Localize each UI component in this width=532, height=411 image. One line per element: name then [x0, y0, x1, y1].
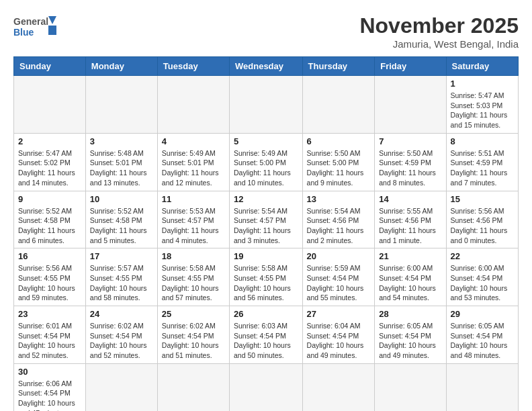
day-info: Sunrise: 5:54 AM Sunset: 4:57 PM Dayligh…: [234, 206, 298, 246]
day-number: 23: [18, 309, 81, 319]
calendar-cell: [375, 76, 446, 134]
svg-rect-3: [48, 26, 56, 35]
month-title: November 2025: [359, 13, 519, 38]
calendar-cell: 11Sunrise: 5:53 AM Sunset: 4:57 PM Dayli…: [157, 191, 229, 248]
weekday-header-row: SundayMondayTuesdayWednesdayThursdayFrid…: [14, 57, 519, 76]
day-info: Sunrise: 5:52 AM Sunset: 4:58 PM Dayligh…: [18, 206, 81, 246]
day-number: 13: [307, 194, 371, 204]
day-number: 22: [451, 251, 514, 261]
calendar-week-row: 30Sunrise: 6:06 AM Sunset: 4:54 PM Dayli…: [14, 363, 519, 411]
day-info: Sunrise: 5:48 AM Sunset: 5:01 PM Dayligh…: [90, 148, 153, 188]
day-number: 16: [18, 251, 81, 261]
calendar-cell: 13Sunrise: 5:54 AM Sunset: 4:56 PM Dayli…: [302, 191, 375, 248]
calendar-cell: [85, 363, 157, 411]
day-info: Sunrise: 5:57 AM Sunset: 4:55 PM Dayligh…: [90, 263, 153, 303]
day-info: Sunrise: 5:51 AM Sunset: 4:59 PM Dayligh…: [451, 148, 514, 188]
calendar-cell: 16Sunrise: 5:56 AM Sunset: 4:55 PM Dayli…: [14, 248, 86, 306]
day-info: Sunrise: 5:59 AM Sunset: 4:54 PM Dayligh…: [307, 263, 371, 303]
day-info: Sunrise: 6:05 AM Sunset: 4:54 PM Dayligh…: [379, 321, 441, 361]
day-number: 24: [90, 309, 153, 319]
day-info: Sunrise: 6:04 AM Sunset: 4:54 PM Dayligh…: [307, 321, 371, 361]
calendar-cell: 9Sunrise: 5:52 AM Sunset: 4:58 PM Daylig…: [14, 191, 86, 248]
calendar-cell: 21Sunrise: 6:00 AM Sunset: 4:54 PM Dayli…: [375, 248, 446, 306]
day-number: 1: [451, 79, 514, 89]
day-number: 7: [379, 136, 441, 146]
calendar-cell: [157, 76, 229, 134]
day-info: Sunrise: 6:00 AM Sunset: 4:54 PM Dayligh…: [451, 263, 514, 303]
day-info: Sunrise: 5:47 AM Sunset: 5:02 PM Dayligh…: [18, 148, 81, 188]
day-info: Sunrise: 6:02 AM Sunset: 4:54 PM Dayligh…: [90, 321, 153, 361]
day-number: 14: [379, 194, 441, 204]
calendar-cell: 26Sunrise: 6:03 AM Sunset: 4:54 PM Dayli…: [230, 306, 303, 364]
svg-text:General: General: [13, 16, 48, 27]
day-number: 19: [234, 251, 298, 261]
day-info: Sunrise: 5:50 AM Sunset: 4:59 PM Dayligh…: [379, 148, 441, 188]
day-info: Sunrise: 6:03 AM Sunset: 4:54 PM Dayligh…: [234, 321, 298, 361]
calendar-cell: 29Sunrise: 6:05 AM Sunset: 4:54 PM Dayli…: [446, 306, 518, 364]
calendar-cell: [230, 363, 303, 411]
weekday-header: Wednesday: [230, 57, 303, 76]
day-info: Sunrise: 5:49 AM Sunset: 5:01 PM Dayligh…: [162, 148, 225, 188]
day-info: Sunrise: 5:56 AM Sunset: 4:56 PM Dayligh…: [451, 206, 514, 246]
logo: GeneralBlue: [13, 13, 60, 40]
calendar-cell: [14, 76, 86, 134]
calendar-cell: 8Sunrise: 5:51 AM Sunset: 4:59 PM Daylig…: [446, 133, 518, 191]
day-number: 25: [162, 309, 225, 319]
day-number: 29: [451, 309, 514, 319]
calendar-cell: 14Sunrise: 5:55 AM Sunset: 4:56 PM Dayli…: [375, 191, 446, 248]
day-number: 9: [18, 194, 81, 204]
day-number: 10: [90, 194, 153, 204]
calendar-cell: 22Sunrise: 6:00 AM Sunset: 4:54 PM Dayli…: [446, 248, 518, 306]
day-info: Sunrise: 6:00 AM Sunset: 4:54 PM Dayligh…: [379, 263, 441, 303]
calendar-cell: 18Sunrise: 5:58 AM Sunset: 4:55 PM Dayli…: [157, 248, 229, 306]
calendar-cell: 7Sunrise: 5:50 AM Sunset: 4:59 PM Daylig…: [375, 133, 446, 191]
weekday-header: Saturday: [446, 57, 518, 76]
weekday-header: Tuesday: [157, 57, 229, 76]
day-number: 6: [307, 136, 371, 146]
calendar-cell: 10Sunrise: 5:52 AM Sunset: 4:58 PM Dayli…: [85, 191, 157, 248]
day-info: Sunrise: 6:06 AM Sunset: 4:54 PM Dayligh…: [18, 379, 81, 411]
calendar-cell: 28Sunrise: 6:05 AM Sunset: 4:54 PM Dayli…: [375, 306, 446, 364]
calendar: SundayMondayTuesdayWednesdayThursdayFrid…: [13, 56, 519, 411]
day-number: 21: [379, 251, 441, 261]
day-info: Sunrise: 5:54 AM Sunset: 4:56 PM Dayligh…: [307, 206, 371, 246]
calendar-cell: 2Sunrise: 5:47 AM Sunset: 5:02 PM Daylig…: [14, 133, 86, 191]
calendar-week-row: 2Sunrise: 5:47 AM Sunset: 5:02 PM Daylig…: [14, 133, 519, 191]
day-number: 3: [90, 136, 153, 146]
calendar-cell: 27Sunrise: 6:04 AM Sunset: 4:54 PM Dayli…: [302, 306, 375, 364]
svg-marker-2: [48, 16, 56, 24]
calendar-cell: 1Sunrise: 5:47 AM Sunset: 5:03 PM Daylig…: [446, 76, 518, 134]
day-number: 11: [162, 194, 225, 204]
weekday-header: Friday: [375, 57, 446, 76]
day-number: 4: [162, 136, 225, 146]
day-info: Sunrise: 5:52 AM Sunset: 4:58 PM Dayligh…: [90, 206, 153, 246]
weekday-header: Thursday: [302, 57, 375, 76]
calendar-cell: 17Sunrise: 5:57 AM Sunset: 4:55 PM Dayli…: [85, 248, 157, 306]
svg-text:Blue: Blue: [13, 27, 34, 38]
calendar-week-row: 16Sunrise: 5:56 AM Sunset: 4:55 PM Dayli…: [14, 248, 519, 306]
day-info: Sunrise: 5:49 AM Sunset: 5:00 PM Dayligh…: [234, 148, 298, 188]
day-number: 18: [162, 251, 225, 261]
calendar-cell: 4Sunrise: 5:49 AM Sunset: 5:01 PM Daylig…: [157, 133, 229, 191]
calendar-cell: [446, 363, 518, 411]
calendar-cell: [375, 363, 446, 411]
calendar-cell: [85, 76, 157, 134]
day-number: 28: [379, 309, 441, 319]
calendar-cell: 3Sunrise: 5:48 AM Sunset: 5:01 PM Daylig…: [85, 133, 157, 191]
day-info: Sunrise: 6:01 AM Sunset: 4:54 PM Dayligh…: [18, 321, 81, 361]
weekday-header: Monday: [85, 57, 157, 76]
day-info: Sunrise: 5:55 AM Sunset: 4:56 PM Dayligh…: [379, 206, 441, 246]
logo-svg: GeneralBlue: [13, 13, 60, 40]
calendar-cell: [230, 76, 303, 134]
day-info: Sunrise: 5:53 AM Sunset: 4:57 PM Dayligh…: [162, 206, 225, 246]
calendar-cell: [302, 76, 375, 134]
day-info: Sunrise: 5:47 AM Sunset: 5:03 PM Dayligh…: [451, 91, 514, 130]
calendar-cell: [302, 363, 375, 411]
calendar-cell: 25Sunrise: 6:02 AM Sunset: 4:54 PM Dayli…: [157, 306, 229, 364]
calendar-week-row: 1Sunrise: 5:47 AM Sunset: 5:03 PM Daylig…: [14, 76, 519, 134]
day-number: 12: [234, 194, 298, 204]
day-number: 8: [451, 136, 514, 146]
day-number: 15: [451, 194, 514, 204]
calendar-cell: [157, 363, 229, 411]
day-number: 27: [307, 309, 371, 319]
